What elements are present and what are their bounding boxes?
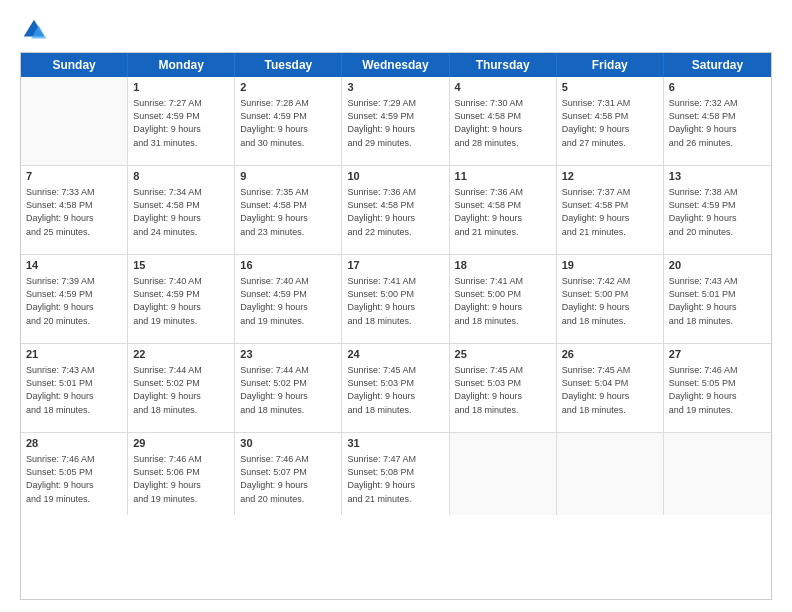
cell-info: Sunrise: 7:36 AMSunset: 4:58 PMDaylight:… [347,186,443,238]
day-number: 14 [26,258,122,273]
calendar-cell: 28Sunrise: 7:46 AMSunset: 5:05 PMDayligh… [21,433,128,515]
day-number: 25 [455,347,551,362]
calendar-cell: 24Sunrise: 7:45 AMSunset: 5:03 PMDayligh… [342,344,449,432]
calendar-cell: 23Sunrise: 7:44 AMSunset: 5:02 PMDayligh… [235,344,342,432]
calendar-row-3: 14Sunrise: 7:39 AMSunset: 4:59 PMDayligh… [21,255,771,344]
cell-info: Sunrise: 7:35 AMSunset: 4:58 PMDaylight:… [240,186,336,238]
calendar-cell: 10Sunrise: 7:36 AMSunset: 4:58 PMDayligh… [342,166,449,254]
cell-info: Sunrise: 7:33 AMSunset: 4:58 PMDaylight:… [26,186,122,238]
weekday-header-tuesday: Tuesday [235,53,342,77]
weekday-header-wednesday: Wednesday [342,53,449,77]
day-number: 17 [347,258,443,273]
day-number: 24 [347,347,443,362]
weekday-header-saturday: Saturday [664,53,771,77]
cell-info: Sunrise: 7:46 AMSunset: 5:07 PMDaylight:… [240,453,336,505]
calendar-cell: 5Sunrise: 7:31 AMSunset: 4:58 PMDaylight… [557,77,664,165]
calendar-cell: 12Sunrise: 7:37 AMSunset: 4:58 PMDayligh… [557,166,664,254]
cell-info: Sunrise: 7:43 AMSunset: 5:01 PMDaylight:… [26,364,122,416]
cell-info: Sunrise: 7:38 AMSunset: 4:59 PMDaylight:… [669,186,766,238]
day-number: 16 [240,258,336,273]
cell-info: Sunrise: 7:46 AMSunset: 5:05 PMDaylight:… [669,364,766,416]
day-number: 2 [240,80,336,95]
cell-info: Sunrise: 7:37 AMSunset: 4:58 PMDaylight:… [562,186,658,238]
cell-info: Sunrise: 7:45 AMSunset: 5:03 PMDaylight:… [455,364,551,416]
header [20,16,772,44]
calendar-cell: 2Sunrise: 7:28 AMSunset: 4:59 PMDaylight… [235,77,342,165]
calendar-cell [450,433,557,515]
calendar-cell: 3Sunrise: 7:29 AMSunset: 4:59 PMDaylight… [342,77,449,165]
cell-info: Sunrise: 7:45 AMSunset: 5:03 PMDaylight:… [347,364,443,416]
day-number: 31 [347,436,443,451]
day-number: 30 [240,436,336,451]
cell-info: Sunrise: 7:36 AMSunset: 4:58 PMDaylight:… [455,186,551,238]
cell-info: Sunrise: 7:31 AMSunset: 4:58 PMDaylight:… [562,97,658,149]
calendar-cell: 7Sunrise: 7:33 AMSunset: 4:58 PMDaylight… [21,166,128,254]
calendar-cell: 20Sunrise: 7:43 AMSunset: 5:01 PMDayligh… [664,255,771,343]
calendar-row-2: 7Sunrise: 7:33 AMSunset: 4:58 PMDaylight… [21,166,771,255]
calendar-cell: 14Sunrise: 7:39 AMSunset: 4:59 PMDayligh… [21,255,128,343]
cell-info: Sunrise: 7:44 AMSunset: 5:02 PMDaylight:… [240,364,336,416]
calendar-cell: 15Sunrise: 7:40 AMSunset: 4:59 PMDayligh… [128,255,235,343]
calendar-cell: 25Sunrise: 7:45 AMSunset: 5:03 PMDayligh… [450,344,557,432]
cell-info: Sunrise: 7:42 AMSunset: 5:00 PMDaylight:… [562,275,658,327]
day-number: 15 [133,258,229,273]
calendar-cell: 6Sunrise: 7:32 AMSunset: 4:58 PMDaylight… [664,77,771,165]
weekday-header-sunday: Sunday [21,53,128,77]
calendar-cell: 26Sunrise: 7:45 AMSunset: 5:04 PMDayligh… [557,344,664,432]
cell-info: Sunrise: 7:40 AMSunset: 4:59 PMDaylight:… [133,275,229,327]
calendar-cell: 13Sunrise: 7:38 AMSunset: 4:59 PMDayligh… [664,166,771,254]
day-number: 27 [669,347,766,362]
day-number: 1 [133,80,229,95]
day-number: 7 [26,169,122,184]
calendar-cell: 17Sunrise: 7:41 AMSunset: 5:00 PMDayligh… [342,255,449,343]
day-number: 21 [26,347,122,362]
weekday-header-monday: Monday [128,53,235,77]
cell-info: Sunrise: 7:40 AMSunset: 4:59 PMDaylight:… [240,275,336,327]
calendar-cell [664,433,771,515]
day-number: 26 [562,347,658,362]
cell-info: Sunrise: 7:46 AMSunset: 5:06 PMDaylight:… [133,453,229,505]
day-number: 22 [133,347,229,362]
calendar-row-1: 1Sunrise: 7:27 AMSunset: 4:59 PMDaylight… [21,77,771,166]
cell-info: Sunrise: 7:44 AMSunset: 5:02 PMDaylight:… [133,364,229,416]
cell-info: Sunrise: 7:29 AMSunset: 4:59 PMDaylight:… [347,97,443,149]
calendar-cell [557,433,664,515]
cell-info: Sunrise: 7:46 AMSunset: 5:05 PMDaylight:… [26,453,122,505]
day-number: 11 [455,169,551,184]
calendar-cell: 8Sunrise: 7:34 AMSunset: 4:58 PMDaylight… [128,166,235,254]
day-number: 3 [347,80,443,95]
cell-info: Sunrise: 7:27 AMSunset: 4:59 PMDaylight:… [133,97,229,149]
cell-info: Sunrise: 7:32 AMSunset: 4:58 PMDaylight:… [669,97,766,149]
calendar: SundayMondayTuesdayWednesdayThursdayFrid… [20,52,772,600]
calendar-cell: 31Sunrise: 7:47 AMSunset: 5:08 PMDayligh… [342,433,449,515]
day-number: 12 [562,169,658,184]
calendar-cell: 1Sunrise: 7:27 AMSunset: 4:59 PMDaylight… [128,77,235,165]
calendar-row-4: 21Sunrise: 7:43 AMSunset: 5:01 PMDayligh… [21,344,771,433]
calendar-cell: 27Sunrise: 7:46 AMSunset: 5:05 PMDayligh… [664,344,771,432]
day-number: 10 [347,169,443,184]
day-number: 19 [562,258,658,273]
calendar-row-5: 28Sunrise: 7:46 AMSunset: 5:05 PMDayligh… [21,433,771,515]
calendar-cell: 11Sunrise: 7:36 AMSunset: 4:58 PMDayligh… [450,166,557,254]
day-number: 23 [240,347,336,362]
calendar-header-row: SundayMondayTuesdayWednesdayThursdayFrid… [21,53,771,77]
cell-info: Sunrise: 7:34 AMSunset: 4:58 PMDaylight:… [133,186,229,238]
logo-icon [20,16,48,44]
calendar-cell [21,77,128,165]
calendar-cell: 21Sunrise: 7:43 AMSunset: 5:01 PMDayligh… [21,344,128,432]
cell-info: Sunrise: 7:30 AMSunset: 4:58 PMDaylight:… [455,97,551,149]
day-number: 8 [133,169,229,184]
calendar-cell: 4Sunrise: 7:30 AMSunset: 4:58 PMDaylight… [450,77,557,165]
page: SundayMondayTuesdayWednesdayThursdayFrid… [0,0,792,612]
day-number: 9 [240,169,336,184]
cell-info: Sunrise: 7:47 AMSunset: 5:08 PMDaylight:… [347,453,443,505]
day-number: 18 [455,258,551,273]
cell-info: Sunrise: 7:41 AMSunset: 5:00 PMDaylight:… [347,275,443,327]
day-number: 6 [669,80,766,95]
cell-info: Sunrise: 7:28 AMSunset: 4:59 PMDaylight:… [240,97,336,149]
cell-info: Sunrise: 7:39 AMSunset: 4:59 PMDaylight:… [26,275,122,327]
calendar-cell: 9Sunrise: 7:35 AMSunset: 4:58 PMDaylight… [235,166,342,254]
calendar-cell: 16Sunrise: 7:40 AMSunset: 4:59 PMDayligh… [235,255,342,343]
calendar-body: 1Sunrise: 7:27 AMSunset: 4:59 PMDaylight… [21,77,771,515]
day-number: 4 [455,80,551,95]
